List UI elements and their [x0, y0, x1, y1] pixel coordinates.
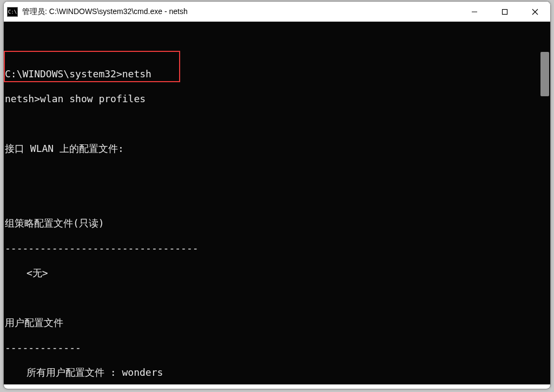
window-controls	[459, 2, 550, 22]
close-button[interactable]	[520, 2, 550, 22]
cmd-icon: C:\	[7, 7, 18, 17]
command-line-1: C:\WINDOWS\system32>netsh	[4, 68, 550, 80]
group-policy-none: <无>	[4, 267, 550, 279]
separator: -------------	[4, 341, 550, 354]
profile-row: 所有用户配置文件 : wonders	[4, 366, 550, 378]
group-policy-header: 组策略配置文件(只读)	[4, 217, 550, 229]
command-line-2: netsh>wlan show profiles	[4, 92, 550, 105]
interface-header: 接口 WLAN 上的配置文件:	[4, 142, 550, 155]
separator: ---------------------------------	[4, 242, 550, 254]
scrollbar-thumb[interactable]	[540, 52, 549, 96]
svg-rect-1	[503, 9, 507, 14]
window-title: 管理员: C:\WINDOWS\system32\cmd.exe - netsh	[22, 7, 188, 17]
bottom-border	[4, 384, 550, 389]
terminal[interactable]: C:\WINDOWS\system32>netsh netsh>wlan sho…	[4, 22, 550, 389]
minimize-button[interactable]	[459, 2, 490, 22]
cmd-window: C:\ 管理员: C:\WINDOWS\system32\cmd.exe - n…	[3, 1, 551, 389]
user-profiles-header: 用户配置文件	[4, 316, 550, 329]
maximize-button[interactable]	[490, 2, 520, 22]
titlebar[interactable]: C:\ 管理员: C:\WINDOWS\system32\cmd.exe - n…	[4, 2, 550, 22]
